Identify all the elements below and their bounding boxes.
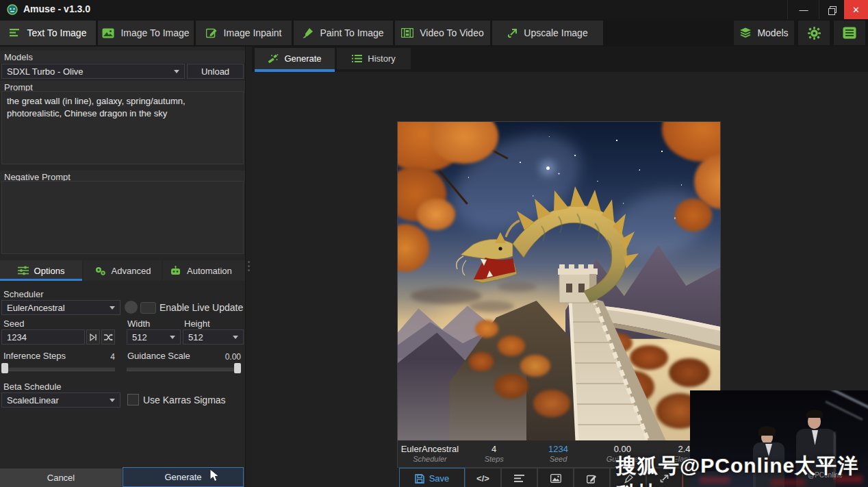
live-update-toggle-knob[interactable] (125, 301, 138, 314)
robot-icon (170, 266, 181, 276)
result-tab-bar: Generate History (252, 47, 868, 73)
code-icon: </> (476, 473, 489, 484)
scheduler-select[interactable]: EulerAncestral (1, 300, 120, 315)
inference-steps-slider-track[interactable] (1, 367, 115, 371)
layers-icon (739, 27, 752, 38)
restore-icon (828, 6, 836, 14)
tab-image-to-image[interactable]: Image To Image (98, 21, 194, 45)
prompt-details-button[interactable] (501, 468, 537, 487)
text-lines-icon (514, 475, 524, 482)
edit-icon (587, 474, 597, 484)
info-seed: 1234 Seed (526, 440, 591, 467)
view-code-button[interactable]: </> (465, 468, 501, 487)
live-update-label: Enable Live Update (159, 302, 243, 313)
text-lines-icon (10, 28, 21, 38)
inference-steps-slider-handle[interactable] (1, 363, 8, 373)
image-icon (550, 474, 561, 483)
guidance-scale-value: 0.00 (214, 352, 241, 362)
chevron-down-icon (110, 399, 115, 402)
chevron-down-icon (110, 306, 115, 310)
tab-text-to-image[interactable]: Text To Image (0, 21, 96, 45)
tab-generate[interactable]: Generate (255, 48, 335, 69)
scheduler-label: Scheduler (3, 289, 44, 299)
save-button[interactable]: Save (399, 468, 465, 487)
info-scheduler: EulerAncestral Scheduler (398, 440, 462, 467)
presenter-man-hair (806, 410, 823, 418)
height-select[interactable]: 512 (183, 329, 244, 345)
minimize-icon: — (800, 5, 808, 15)
info-steps: 4 Steps (462, 440, 526, 467)
inpaint-icon (206, 27, 218, 38)
restore-button[interactable] (819, 0, 845, 19)
karras-label: Use Karras Sigmas (143, 395, 226, 405)
film-icon (401, 28, 413, 38)
sliders-icon (18, 266, 29, 275)
tab-upscale-image[interactable]: Upscale Image (492, 21, 603, 45)
watermark-text: 搜狐号@PConline太平洋科技 (616, 452, 868, 487)
minimize-button[interactable]: — (787, 0, 819, 19)
send-to-image-button[interactable] (537, 468, 574, 487)
beta-schedule-select[interactable]: ScaledLinear (1, 392, 120, 408)
tab-automation[interactable]: Automation (163, 260, 252, 281)
image-icon (102, 28, 114, 38)
amuse-app-window: Amuse - v1.3.0 — ✕ Text To Image (0, 0, 868, 487)
karras-checkbox[interactable] (127, 394, 139, 405)
close-icon: ✕ (852, 5, 860, 15)
step-icon (90, 334, 97, 341)
tab-paint-to-image[interactable]: Paint To Image (294, 21, 393, 45)
seed-input[interactable]: 1234 (1, 329, 85, 345)
cancel-button[interactable]: Cancel (0, 469, 122, 487)
scene-tree-foliage (417, 199, 455, 230)
upscale-arrow-icon (507, 28, 518, 38)
tab-options[interactable]: Options (0, 260, 82, 281)
options-tab-underline (0, 279, 82, 281)
unload-button[interactable]: Unload (187, 64, 244, 79)
mode-toolbar: Text To Image Image To Image Image Inpai… (0, 19, 868, 47)
list-panel-icon (843, 27, 856, 39)
chevron-down-icon (174, 70, 179, 73)
guidance-scale-slider-handle[interactable] (234, 363, 241, 373)
scene-tree-foliage (675, 199, 712, 232)
floppy-icon (415, 474, 424, 484)
presenter-woman-hair (758, 426, 776, 436)
tab-advanced[interactable]: Advanced (84, 260, 162, 281)
history-list-icon (352, 54, 362, 63)
inference-steps-value: 4 (96, 352, 115, 362)
seed-label: Seed (3, 319, 24, 329)
settings-button[interactable] (798, 21, 830, 45)
splitter-grip-icon (248, 261, 250, 263)
window-title: Amuse - v1.3.0 (23, 3, 90, 14)
stage-light-streak (825, 401, 863, 421)
models-label: Models (4, 52, 33, 62)
negative-prompt-input[interactable] (1, 181, 244, 254)
models-button[interactable]: Models (734, 21, 794, 45)
tab-history[interactable]: History (337, 48, 411, 69)
gears-icon (94, 266, 106, 276)
seed-random-button[interactable] (101, 329, 115, 345)
prompt-input[interactable]: the great wall (in line), galaxy, spring… (1, 91, 244, 164)
generated-image[interactable] (397, 121, 721, 442)
model-select[interactable]: SDXL Turbo - Olive (1, 64, 185, 79)
seed-repeat-button[interactable] (86, 329, 100, 345)
app-logo-icon (7, 4, 18, 15)
queue-list-button[interactable] (834, 21, 865, 45)
settings-sidebar: Models SDXL Turbo - Olive Unload Prompt … (0, 47, 245, 487)
beta-schedule-label: Beta Schedule (3, 382, 62, 392)
wand-icon (268, 53, 279, 64)
guidance-scale-slider-track[interactable] (127, 367, 241, 371)
width-select[interactable]: 512 (127, 329, 181, 345)
title-bar: Amuse - v1.3.0 — ✕ (0, 0, 868, 20)
scene-wall-dragon (398, 122, 720, 441)
mouse-cursor (209, 469, 221, 482)
inference-steps-label: Inference Steps (3, 351, 66, 361)
tab-image-inpaint[interactable]: Image Inpaint (196, 21, 292, 45)
width-label: Width (127, 319, 150, 329)
gear-icon (808, 27, 821, 40)
generate-button[interactable]: Generate (123, 467, 244, 487)
guidance-scale-label: Guidance Scale (127, 351, 190, 361)
paintbrush-icon (303, 27, 314, 38)
close-button[interactable]: ✕ (844, 0, 868, 19)
tab-video-to-video[interactable]: Video To Video (395, 21, 490, 45)
send-to-inpaint-button[interactable] (574, 468, 610, 487)
live-update-toggle-track[interactable] (140, 302, 156, 314)
